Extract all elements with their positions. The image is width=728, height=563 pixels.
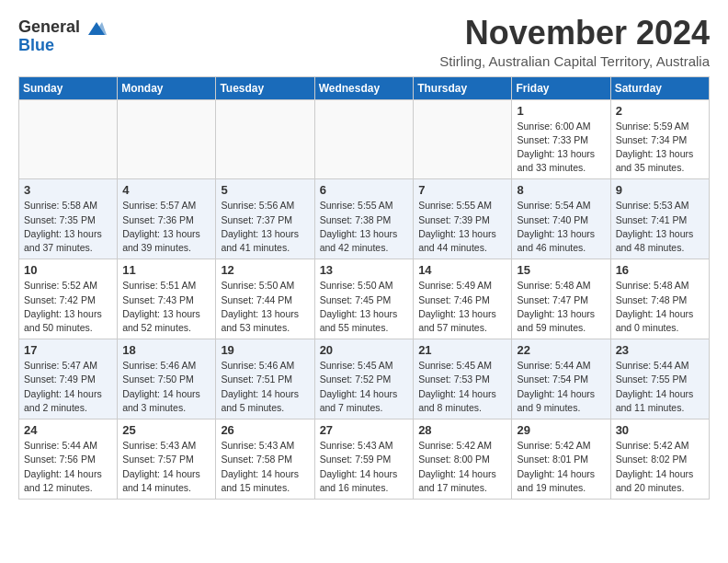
day-info: Sunrise: 6:00 AM Sunset: 7:33 PM Dayligh… bbox=[517, 120, 605, 176]
calendar-week-row: 3Sunrise: 5:58 AM Sunset: 7:35 PM Daylig… bbox=[19, 179, 710, 259]
day-number: 11 bbox=[122, 263, 210, 277]
day-number: 21 bbox=[418, 343, 506, 357]
day-number: 12 bbox=[221, 263, 309, 277]
calendar-cell: 26Sunrise: 5:43 AM Sunset: 7:58 PM Dayli… bbox=[216, 419, 314, 500]
logo: General Blue bbox=[18, 18, 107, 54]
calendar-cell: 21Sunrise: 5:45 AM Sunset: 7:53 PM Dayli… bbox=[414, 339, 512, 419]
day-number: 7 bbox=[418, 183, 506, 197]
day-info: Sunrise: 5:46 AM Sunset: 7:51 PM Dayligh… bbox=[221, 359, 309, 415]
calendar-cell: 10Sunrise: 5:52 AM Sunset: 7:42 PM Dayli… bbox=[19, 259, 118, 339]
day-number: 23 bbox=[616, 343, 704, 357]
weekday-header-row: SundayMondayTuesdayWednesdayThursdayFrid… bbox=[19, 76, 710, 99]
calendar-cell: 16Sunrise: 5:48 AM Sunset: 7:48 PM Dayli… bbox=[610, 259, 709, 339]
calendar-cell: 7Sunrise: 5:55 AM Sunset: 7:39 PM Daylig… bbox=[414, 179, 512, 259]
month-title: November 2024 bbox=[439, 15, 710, 52]
weekday-header-monday: Monday bbox=[118, 76, 216, 99]
calendar-cell: 19Sunrise: 5:46 AM Sunset: 7:51 PM Dayli… bbox=[216, 339, 314, 419]
day-number: 3 bbox=[24, 183, 112, 197]
day-number: 17 bbox=[24, 343, 112, 357]
day-number: 9 bbox=[616, 183, 704, 197]
day-info: Sunrise: 5:57 AM Sunset: 7:36 PM Dayligh… bbox=[122, 199, 210, 255]
calendar-cell: 23Sunrise: 5:44 AM Sunset: 7:55 PM Dayli… bbox=[610, 339, 709, 419]
day-number: 10 bbox=[24, 263, 112, 277]
day-info: Sunrise: 5:42 AM Sunset: 8:00 PM Dayligh… bbox=[418, 439, 506, 495]
calendar-week-row: 17Sunrise: 5:47 AM Sunset: 7:49 PM Dayli… bbox=[19, 339, 710, 419]
calendar-cell: 27Sunrise: 5:43 AM Sunset: 7:59 PM Dayli… bbox=[314, 419, 414, 500]
calendar-cell: 17Sunrise: 5:47 AM Sunset: 7:49 PM Dayli… bbox=[19, 339, 118, 419]
calendar-cell bbox=[414, 99, 512, 179]
day-number: 20 bbox=[320, 343, 409, 357]
day-number: 8 bbox=[517, 183, 605, 197]
day-info: Sunrise: 5:58 AM Sunset: 7:35 PM Dayligh… bbox=[24, 199, 112, 255]
calendar-cell: 29Sunrise: 5:42 AM Sunset: 8:01 PM Dayli… bbox=[512, 419, 610, 500]
calendar-cell: 13Sunrise: 5:50 AM Sunset: 7:45 PM Dayli… bbox=[314, 259, 414, 339]
day-number: 22 bbox=[517, 343, 605, 357]
weekday-header-friday: Friday bbox=[512, 76, 610, 99]
day-info: Sunrise: 5:45 AM Sunset: 7:52 PM Dayligh… bbox=[320, 359, 409, 415]
weekday-header-thursday: Thursday bbox=[414, 76, 512, 99]
calendar-cell: 1Sunrise: 6:00 AM Sunset: 7:33 PM Daylig… bbox=[512, 99, 610, 179]
title-block: November 2024 Stirling, Australian Capit… bbox=[439, 15, 710, 69]
day-number: 13 bbox=[320, 263, 409, 277]
logo-general: General bbox=[18, 17, 80, 36]
day-info: Sunrise: 5:44 AM Sunset: 7:55 PM Dayligh… bbox=[616, 359, 704, 415]
weekday-header-sunday: Sunday bbox=[19, 76, 118, 99]
calendar-cell: 14Sunrise: 5:49 AM Sunset: 7:46 PM Dayli… bbox=[414, 259, 512, 339]
calendar-cell: 5Sunrise: 5:56 AM Sunset: 7:37 PM Daylig… bbox=[216, 179, 314, 259]
day-info: Sunrise: 5:42 AM Sunset: 8:02 PM Dayligh… bbox=[616, 439, 704, 495]
calendar-table: SundayMondayTuesdayWednesdayThursdayFrid… bbox=[18, 76, 710, 500]
calendar-cell: 22Sunrise: 5:44 AM Sunset: 7:54 PM Dayli… bbox=[512, 339, 610, 419]
day-info: Sunrise: 5:45 AM Sunset: 7:53 PM Dayligh… bbox=[418, 359, 506, 415]
day-info: Sunrise: 5:43 AM Sunset: 7:59 PM Dayligh… bbox=[320, 439, 409, 495]
day-info: Sunrise: 5:55 AM Sunset: 7:38 PM Dayligh… bbox=[320, 199, 409, 255]
calendar-cell bbox=[314, 99, 414, 179]
day-number: 26 bbox=[221, 423, 309, 437]
day-number: 2 bbox=[616, 104, 704, 118]
calendar-cell: 24Sunrise: 5:44 AM Sunset: 7:56 PM Dayli… bbox=[19, 419, 118, 500]
day-number: 28 bbox=[418, 423, 506, 437]
day-number: 25 bbox=[122, 423, 210, 437]
day-info: Sunrise: 5:51 AM Sunset: 7:43 PM Dayligh… bbox=[122, 279, 210, 335]
day-info: Sunrise: 5:50 AM Sunset: 7:44 PM Dayligh… bbox=[221, 279, 309, 335]
calendar-cell: 9Sunrise: 5:53 AM Sunset: 7:41 PM Daylig… bbox=[610, 179, 709, 259]
day-info: Sunrise: 5:46 AM Sunset: 7:50 PM Dayligh… bbox=[122, 359, 210, 415]
day-info: Sunrise: 5:43 AM Sunset: 7:58 PM Dayligh… bbox=[221, 439, 309, 495]
day-number: 18 bbox=[122, 343, 210, 357]
calendar-cell: 25Sunrise: 5:43 AM Sunset: 7:57 PM Dayli… bbox=[118, 419, 216, 500]
page-header: General Blue November 2024 Stirling, Aus… bbox=[18, 15, 710, 69]
calendar-week-row: 10Sunrise: 5:52 AM Sunset: 7:42 PM Dayli… bbox=[19, 259, 710, 339]
day-info: Sunrise: 5:52 AM Sunset: 7:42 PM Dayligh… bbox=[24, 279, 112, 335]
day-number: 5 bbox=[221, 183, 309, 197]
day-info: Sunrise: 5:48 AM Sunset: 7:47 PM Dayligh… bbox=[517, 279, 605, 335]
calendar-cell: 18Sunrise: 5:46 AM Sunset: 7:50 PM Dayli… bbox=[118, 339, 216, 419]
day-number: 6 bbox=[320, 183, 409, 197]
day-info: Sunrise: 5:43 AM Sunset: 7:57 PM Dayligh… bbox=[122, 439, 210, 495]
day-info: Sunrise: 5:47 AM Sunset: 7:49 PM Dayligh… bbox=[24, 359, 112, 415]
day-info: Sunrise: 5:42 AM Sunset: 8:01 PM Dayligh… bbox=[517, 439, 605, 495]
calendar-cell: 12Sunrise: 5:50 AM Sunset: 7:44 PM Dayli… bbox=[216, 259, 314, 339]
day-info: Sunrise: 5:44 AM Sunset: 7:54 PM Dayligh… bbox=[517, 359, 605, 415]
calendar-cell bbox=[118, 99, 216, 179]
day-number: 15 bbox=[517, 263, 605, 277]
calendar-cell: 2Sunrise: 5:59 AM Sunset: 7:34 PM Daylig… bbox=[610, 99, 709, 179]
calendar-cell: 4Sunrise: 5:57 AM Sunset: 7:36 PM Daylig… bbox=[118, 179, 216, 259]
calendar-cell: 20Sunrise: 5:45 AM Sunset: 7:52 PM Dayli… bbox=[314, 339, 414, 419]
logo-blue: Blue bbox=[18, 36, 54, 54]
day-info: Sunrise: 5:56 AM Sunset: 7:37 PM Dayligh… bbox=[221, 199, 309, 255]
weekday-header-tuesday: Tuesday bbox=[216, 76, 314, 99]
day-number: 1 bbox=[517, 104, 605, 118]
day-number: 16 bbox=[616, 263, 704, 277]
day-info: Sunrise: 5:53 AM Sunset: 7:41 PM Dayligh… bbox=[616, 199, 704, 255]
calendar-cell bbox=[216, 99, 314, 179]
calendar-cell: 11Sunrise: 5:51 AM Sunset: 7:43 PM Dayli… bbox=[118, 259, 216, 339]
day-number: 27 bbox=[320, 423, 409, 437]
logo-icon bbox=[86, 20, 107, 37]
calendar-week-row: 1Sunrise: 6:00 AM Sunset: 7:33 PM Daylig… bbox=[19, 99, 710, 179]
day-number: 14 bbox=[418, 263, 506, 277]
day-info: Sunrise: 5:44 AM Sunset: 7:56 PM Dayligh… bbox=[24, 439, 112, 495]
day-number: 29 bbox=[517, 423, 605, 437]
calendar-cell: 28Sunrise: 5:42 AM Sunset: 8:00 PM Dayli… bbox=[414, 419, 512, 500]
weekday-header-wednesday: Wednesday bbox=[314, 76, 414, 99]
day-info: Sunrise: 5:55 AM Sunset: 7:39 PM Dayligh… bbox=[418, 199, 506, 255]
calendar-week-row: 24Sunrise: 5:44 AM Sunset: 7:56 PM Dayli… bbox=[19, 419, 710, 500]
